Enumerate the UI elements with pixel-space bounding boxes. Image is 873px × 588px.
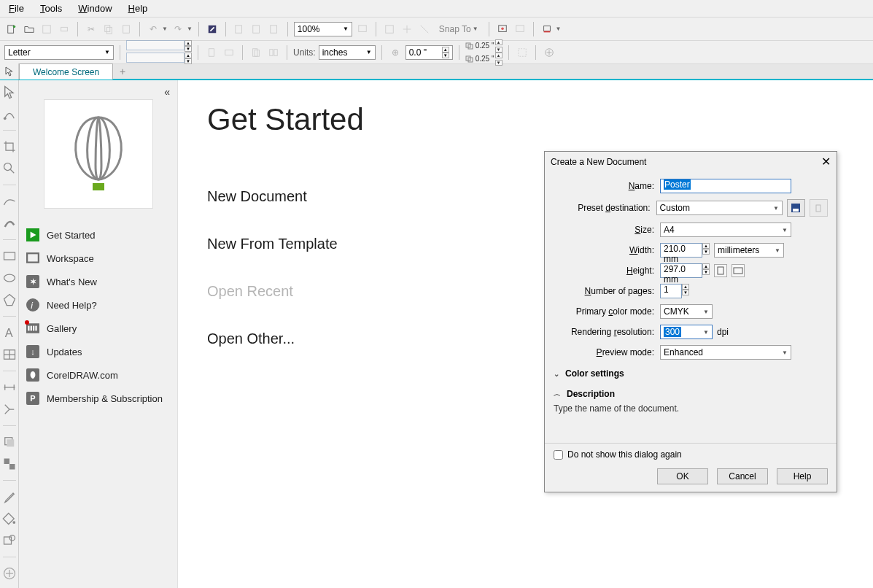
ellipse-tool-icon[interactable]	[2, 271, 17, 285]
section-color-settings[interactable]: ⌄Color settings	[554, 365, 828, 382]
portrait-icon[interactable]	[204, 45, 219, 60]
add-tab-icon[interactable]: +	[115, 64, 131, 79]
freehand-tool-icon[interactable]	[2, 194, 17, 209]
section-description[interactable]: ︿Description	[554, 386, 828, 402]
dimension-tool-icon[interactable]	[2, 380, 17, 395]
resolution-select[interactable]: 300▼	[660, 325, 713, 339]
size-select[interactable]: A4▼	[660, 223, 791, 237]
quick-customize-toolbox-icon[interactable]	[2, 566, 17, 581]
copy-icon[interactable]	[101, 22, 116, 36]
cancel-button[interactable]: Cancel	[717, 468, 768, 484]
height-input[interactable]: 297.0 mm▲▼	[660, 263, 710, 278]
cut-icon[interactable]: ✂	[84, 22, 98, 36]
artistic-media-icon[interactable]	[2, 216, 17, 231]
paste-icon[interactable]	[119, 22, 133, 36]
standard-toolbar: ✂ ↶▼ ↷▼ 100%▼ Snap To▼ ▼	[0, 18, 873, 41]
rectangle-tool-icon[interactable]	[2, 249, 17, 263]
delete-preset-icon[interactable]	[810, 199, 828, 217]
close-icon[interactable]: ✕	[821, 155, 831, 169]
sidebar-item-coreldraw-com[interactable]: CorelDRAW.com	[19, 363, 177, 387]
sidebar-item-updates[interactable]: ↓ Updates	[19, 340, 177, 363]
eyedropper-icon[interactable]	[2, 490, 17, 504]
preset-select[interactable]: Custom▼	[656, 201, 783, 215]
name-input[interactable]: Poster	[660, 179, 791, 193]
print-icon[interactable]	[57, 22, 71, 36]
menu-tools[interactable]: Tools	[39, 1, 63, 15]
current-page-icon[interactable]	[249, 45, 263, 60]
nudge-icon[interactable]: ⊕	[388, 45, 403, 60]
sidebar-item-need-help[interactable]: i Need Help?	[19, 293, 177, 317]
collapse-sidebar-icon[interactable]: «	[164, 86, 170, 98]
quick-customize-icon[interactable]	[542, 45, 556, 60]
page-size-combo[interactable]: Letter▼	[4, 45, 114, 60]
preview-select[interactable]: Enhanced▼	[660, 345, 791, 360]
shape-tool-icon[interactable]	[2, 107, 17, 121]
help-button[interactable]: Help	[777, 468, 828, 484]
sidebar-item-label: Get Started	[47, 230, 95, 241]
width-unit-select[interactable]: millimeters▼	[714, 243, 784, 258]
duplicate-distance[interactable]: 0.25 "▲▼ 0.25 "▲▼	[465, 39, 503, 66]
all-pages-icon[interactable]	[266, 45, 281, 60]
pages-input[interactable]: 1▲▼	[660, 284, 689, 298]
tab-welcome-screen[interactable]: Welcome Screen	[19, 63, 113, 80]
app-launcher-icon[interactable]	[540, 22, 554, 36]
search-content-icon[interactable]	[205, 22, 220, 36]
table-tool-icon[interactable]	[2, 347, 17, 362]
create-new-document-dialog: Create a New Document ✕ Name: Poster Pre…	[544, 151, 837, 492]
landscape-orientation-icon[interactable]	[732, 264, 745, 277]
svg-rect-3	[61, 27, 68, 31]
transparency-tool-icon[interactable]	[2, 457, 17, 471]
save-preset-icon[interactable]	[787, 199, 805, 217]
align-icon[interactable]	[382, 22, 397, 36]
svg-rect-48	[27, 253, 39, 262]
undo-icon[interactable]: ↶	[146, 22, 160, 36]
zoom-tool-icon[interactable]	[2, 161, 17, 176]
landscape-icon[interactable]	[222, 45, 236, 60]
new-doc-icon[interactable]	[4, 22, 19, 36]
sidebar-item-label: CorelDRAW.com	[47, 370, 118, 381]
open-icon[interactable]	[22, 22, 36, 36]
pick-tool-icon[interactable]	[0, 63, 19, 80]
download-icon: ↓	[26, 345, 39, 358]
width-input[interactable]: 210.0 mm▲▼	[660, 243, 710, 258]
fill-tool-icon[interactable]	[2, 511, 17, 526]
snap-to-menu[interactable]: Snap To▼	[435, 24, 483, 34]
menu-file[interactable]: File	[7, 1, 26, 15]
redo-icon[interactable]: ↷	[171, 22, 185, 36]
connector-tool-icon[interactable]	[2, 402, 17, 417]
publish-pdf-icon[interactable]	[267, 22, 282, 36]
svg-point-49	[26, 298, 39, 312]
sidebar-item-gallery[interactable]: Gallery	[19, 317, 177, 340]
save-icon[interactable]	[39, 22, 54, 36]
text-tool-icon[interactable]: A	[2, 325, 17, 340]
sidebar-item-whats-new[interactable]: ✶ What's New	[19, 270, 177, 293]
import-icon[interactable]	[232, 22, 247, 36]
sidebar-item-get-started[interactable]: Get Started	[19, 223, 177, 247]
pick-tool-icon[interactable]	[2, 85, 17, 99]
nudge-distance[interactable]: 0.0 "▲▼	[406, 45, 453, 60]
color-mode-select[interactable]: CMYK▼	[660, 304, 713, 319]
polygon-tool-icon[interactable]	[2, 293, 17, 307]
menu-window[interactable]: Window	[77, 1, 113, 15]
crop-tool-icon[interactable]	[2, 139, 17, 154]
sidebar-item-label: Workspace	[47, 253, 94, 264]
launch-icon[interactable]	[513, 22, 527, 36]
options-icon[interactable]	[495, 22, 510, 36]
units-combo[interactable]: inches▼	[319, 45, 376, 60]
guides-icon[interactable]	[400, 22, 414, 36]
sidebar-item-membership[interactable]: P Membership & Subscription	[19, 387, 177, 410]
dynamic-guides-icon[interactable]	[417, 22, 432, 36]
sidebar-item-workspace[interactable]: Workspace	[19, 247, 177, 270]
dont-show-checkbox[interactable]	[554, 450, 563, 460]
zoom-level-combo[interactable]: 100%▼	[294, 22, 352, 36]
menu-help[interactable]: Help	[127, 1, 150, 15]
drop-shadow-icon[interactable]	[2, 435, 17, 449]
smart-fill-icon[interactable]	[2, 533, 17, 548]
ok-button[interactable]: OK	[657, 468, 708, 484]
fullscreen-icon[interactable]	[355, 22, 370, 36]
width-value: 210.0 mm	[660, 243, 702, 258]
export-icon[interactable]	[249, 22, 264, 36]
portrait-orientation-icon[interactable]	[714, 264, 727, 277]
treat-as-filled-icon[interactable]	[515, 45, 529, 60]
svg-rect-23	[274, 49, 277, 55]
